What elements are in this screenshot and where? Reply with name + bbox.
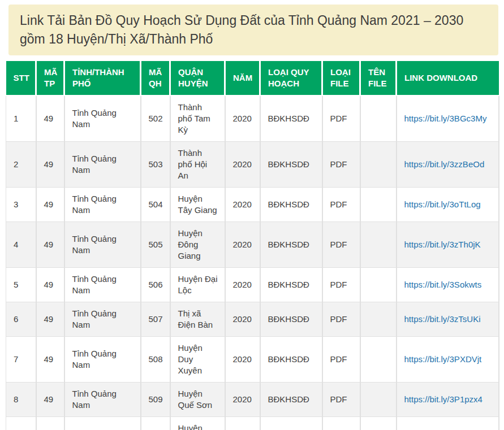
column-header: TỈNH/THÀNH PHỐ [64,61,141,95]
cell-ten-file [360,337,397,383]
cell-ma-qh: 502 [141,95,170,142]
cell-quan-huyen: Thành phố Hội An [170,142,225,188]
cell-stt: 4 [6,222,36,268]
download-link[interactable]: https://bit.ly/3zTh0jK [404,240,481,249]
cell-ma-qh: 504 [141,188,170,222]
cell-stt [6,417,36,430]
cell-link-download [397,417,499,430]
column-header: LOẠI FILE [322,61,360,95]
cell-loai-quy-hoach: BĐKHSDĐ [260,188,322,222]
download-link[interactable]: https://bit.ly/3zzBeOd [404,159,485,169]
cell-loai-file [322,417,360,430]
download-table: STTMÃ TPTỈNH/THÀNH PHỐMÃ QHQUẬN HUYỆNNĂM… [6,61,499,430]
cell-ten-file [360,302,397,337]
cell-loai-file: PDF [322,188,360,222]
cell-stt: 2 [6,142,36,188]
download-link[interactable]: https://bit.ly/3oTtLog [404,199,481,209]
cell-loai-file: PDF [322,142,360,188]
cell-quan-huyen: Thị xã Điện Bàn [170,302,225,337]
column-header: MÃ QH [141,61,170,95]
download-link[interactable]: https://bit.ly/3BGc3My [404,114,487,123]
download-link[interactable]: https://bit.ly/3zTsUKi [404,314,481,324]
download-link[interactable]: https://bit.ly/3PXDVjt [404,354,482,364]
download-link[interactable]: https://bit.ly/3Sokwts [404,280,482,289]
cell-loai-file: PDF [322,95,360,142]
cell-loai-quy-hoach: BĐKHSDĐ [260,383,322,417]
cell-link-download: https://bit.ly/3zTsUKi [397,302,499,337]
cell-tinh-thanh-pho: Tỉnh Quảng Nam [64,95,141,142]
cell-tinh-thanh-pho [64,417,141,430]
cell-ma-qh: 505 [141,222,170,268]
cell-stt: 7 [6,337,36,383]
table-row: 749Tỉnh Quảng Nam508Huyện Duy Xuyên2020B… [6,337,499,383]
cell-ten-file [360,268,397,302]
cell-link-download: https://bit.ly/3zzBeOd [397,142,499,188]
cell-loai-file: PDF [322,383,360,417]
cell-ma-tp: 49 [36,222,64,268]
cell-nam: 2020 [225,337,260,383]
cell-ma-qh: 506 [141,268,170,302]
cell-quan-huyen: Huyện Tây Giang [170,188,225,222]
cell-nam: 2020 [225,188,260,222]
page: Link Tải Bản Đồ Quy Hoạch Sử Dụng Đất củ… [0,5,504,430]
cell-stt: 1 [6,95,36,142]
cell-ma-tp: 49 [36,383,64,417]
cell-loai-file: PDF [322,268,360,302]
cell-nam [225,417,260,430]
column-header: LOẠI QUY HOẠCH [260,61,322,95]
cell-link-download: https://bit.ly/3oTtLog [397,188,499,222]
cell-stt: 8 [6,383,36,417]
cell-link-download: https://bit.ly/3PXDVjt [397,337,499,383]
cell-nam: 2020 [225,222,260,268]
cell-ten-file [360,188,397,222]
table-row: 549Tỉnh Quảng Nam506Huyện Đại Lộc2020BĐK… [6,268,499,302]
cell-stt: 3 [6,188,36,222]
table-row: 249Tỉnh Quảng Nam503Thành phố Hội An2020… [6,142,499,188]
cell-loai-quy-hoach: BĐKHSDĐ [260,302,322,337]
table-row: Huyện [6,417,499,430]
cell-tinh-thanh-pho: Tỉnh Quảng Nam [64,188,141,222]
cell-tinh-thanh-pho: Tỉnh Quảng Nam [64,268,141,302]
table-row: 349Tỉnh Quảng Nam504Huyện Tây Giang2020B… [6,188,499,222]
cell-nam: 2020 [225,383,260,417]
cell-link-download: https://bit.ly/3BGc3My [397,95,499,142]
page-title-banner: Link Tải Bản Đồ Quy Hoạch Sử Dụng Đất củ… [8,5,498,55]
cell-loai-quy-hoach: BĐKHSDĐ [260,142,322,188]
cell-quan-huyen: Huyện Duy Xuyên [170,337,225,383]
cell-ten-file [360,95,397,142]
cell-loai-quy-hoach: BĐKHSDĐ [260,222,322,268]
cell-nam: 2020 [225,95,260,142]
cell-link-download: https://bit.ly/3P1pzx4 [397,383,499,417]
cell-ten-file [360,222,397,268]
table-row: 849Tỉnh Quảng Nam509Huyện Quế Sơn2020BĐK… [6,383,499,417]
cell-tinh-thanh-pho: Tỉnh Quảng Nam [64,302,141,337]
cell-ma-tp: 49 [36,95,64,142]
cell-ten-file [360,383,397,417]
cell-quan-huyen: Thành phố Tam Kỳ [170,95,225,142]
cell-nam: 2020 [225,302,260,337]
cell-tinh-thanh-pho: Tỉnh Quảng Nam [64,383,141,417]
download-link[interactable]: https://bit.ly/3P1pzx4 [404,394,483,404]
cell-ma-tp: 49 [36,142,64,188]
cell-nam: 2020 [225,268,260,302]
cell-quan-huyen: Huyện Đại Lộc [170,268,225,302]
cell-ma-qh: 509 [141,383,170,417]
cell-ma-tp: 49 [36,337,64,383]
column-header: LINK DOWNLOAD [397,61,499,95]
cell-loai-file: PDF [322,302,360,337]
column-header: MÃ TP [36,61,64,95]
table-row: 149Tỉnh Quảng Nam502Thành phố Tam Kỳ2020… [6,95,499,142]
cell-ma-tp [36,417,64,430]
cell-ma-qh [141,417,170,430]
cell-ma-tp: 49 [36,268,64,302]
table-row: 649Tỉnh Quảng Nam507Thị xã Điện Bàn2020B… [6,302,499,337]
column-header: TÊN FILE [360,61,397,95]
table-header-row: STTMÃ TPTỈNH/THÀNH PHỐMÃ QHQUẬN HUYỆNNĂM… [6,61,499,95]
cell-stt: 6 [6,302,36,337]
cell-stt: 5 [6,268,36,302]
cell-ma-qh: 508 [141,337,170,383]
column-header: QUẬN HUYỆN [170,61,225,95]
cell-link-download: https://bit.ly/3zTh0jK [397,222,499,268]
cell-tinh-thanh-pho: Tỉnh Quảng Nam [64,222,141,268]
cell-loai-quy-hoach: BĐKHSDĐ [260,337,322,383]
